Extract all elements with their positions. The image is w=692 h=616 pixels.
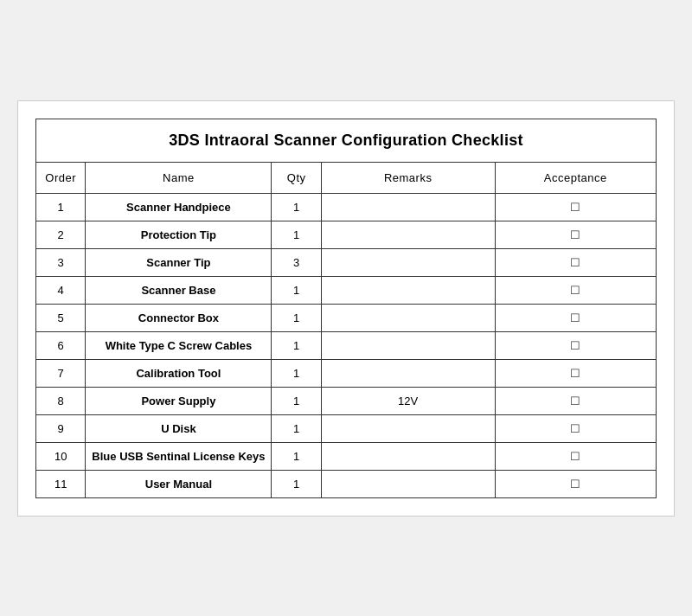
cell-qty: 1 [272,470,321,497]
table-row: 11User Manual1☐ [36,470,657,497]
header-remarks: Remarks [321,162,495,193]
cell-qty: 1 [272,414,321,442]
table-row: 3Scanner Tip3☐ [36,248,657,276]
cell-remarks [321,442,495,470]
item-name: Scanner Base [141,284,215,297]
item-name: U Disk [161,422,195,435]
cell-remarks [321,359,495,387]
item-name: Connector Box [138,311,219,324]
cell-order: 4 [36,276,86,304]
cell-order: 2 [36,221,86,248]
cell-acceptance[interactable]: ☐ [495,442,656,470]
cell-acceptance[interactable]: ☐ [495,387,656,414]
cell-qty: 1 [272,276,321,304]
cell-acceptance[interactable]: ☐ [495,359,656,387]
cell-remarks [321,221,495,248]
cell-order: 11 [36,470,86,497]
table-row: 6White Type C Screw Cables1☐ [36,331,657,359]
item-name: Power Supply [141,395,215,407]
cell-remarks [321,248,495,276]
cell-name: White Type C Screw Cables [86,331,272,359]
item-name: Calibration Tool [136,367,221,380]
cell-name: Scanner Base [86,276,272,304]
cell-remarks [321,304,495,331]
table-title: 3DS Intraoral Scanner Configuration Chec… [35,119,657,162]
cell-name: Scanner Handpiece [86,193,272,221]
cell-qty: 1 [272,304,321,331]
header-name: Name [86,162,272,193]
cell-order: 7 [36,359,86,387]
table-row: 9U Disk1☐ [36,414,657,442]
cell-acceptance[interactable]: ☐ [495,414,656,442]
cell-name: U Disk [86,414,272,442]
item-name: Protection Tip [141,228,216,241]
cell-order: 8 [36,387,86,414]
cell-order: 3 [36,248,86,276]
cell-qty: 1 [272,221,321,248]
cell-remarks [321,276,495,304]
cell-qty: 3 [272,248,321,276]
item-name: Scanner Handpiece [126,201,231,214]
cell-order: 9 [36,414,86,442]
header-order: Order [36,162,86,193]
cell-order: 6 [36,331,86,359]
cell-name: Power Supply [86,387,272,414]
item-name: White Type C Screw Cables [106,339,253,352]
cell-remarks: 12V [321,387,495,414]
checklist-table: Order Name Qty Remarks Acceptance 1Scann… [35,162,657,498]
header-row: Order Name Qty Remarks Acceptance [36,162,657,193]
header-qty: Qty [272,162,321,193]
item-name: Scanner Tip [146,256,210,269]
cell-acceptance[interactable]: ☐ [495,221,656,248]
cell-name: Scanner Tip [86,248,272,276]
cell-remarks [321,414,495,442]
cell-name: Connector Box [86,304,272,331]
table-row: 1Scanner Handpiece1☐ [36,193,657,221]
header-acceptance: Acceptance [495,162,656,193]
cell-order: 1 [36,193,86,221]
table-row: 2Protection Tip1☐ [36,221,657,248]
table-row: 7Calibration Tool1☐ [36,359,657,387]
cell-remarks [321,193,495,221]
table-body: 1Scanner Handpiece1☐2Protection Tip1☐3Sc… [36,193,657,497]
cell-name: Protection Tip [86,221,272,248]
cell-acceptance[interactable]: ☐ [495,276,656,304]
cell-order: 10 [36,442,86,470]
item-name: Blue USB Sentinal License Keys [92,450,265,463]
cell-name: User Manual [86,470,272,497]
table-row: 4Scanner Base1☐ [36,276,657,304]
cell-remarks [321,470,495,497]
cell-name: Calibration Tool [86,359,272,387]
cell-order: 5 [36,304,86,331]
cell-acceptance[interactable]: ☐ [495,304,656,331]
cell-name: Blue USB Sentinal License Keys [86,442,272,470]
cell-qty: 1 [272,387,321,414]
cell-remarks [321,331,495,359]
cell-qty: 1 [272,193,321,221]
table-row: 10Blue USB Sentinal License Keys1☐ [36,442,657,470]
item-name: User Manual [145,478,212,491]
cell-acceptance[interactable]: ☐ [495,248,656,276]
table-row: 8Power Supply112V☐ [36,387,657,414]
table-row: 5Connector Box1☐ [36,304,657,331]
cell-acceptance[interactable]: ☐ [495,193,656,221]
page-wrapper: 3DS Intraoral Scanner Configuration Chec… [17,100,675,517]
cell-acceptance[interactable]: ☐ [495,470,656,497]
cell-qty: 1 [272,442,321,470]
cell-qty: 1 [272,359,321,387]
cell-acceptance[interactable]: ☐ [495,331,656,359]
cell-qty: 1 [272,331,321,359]
